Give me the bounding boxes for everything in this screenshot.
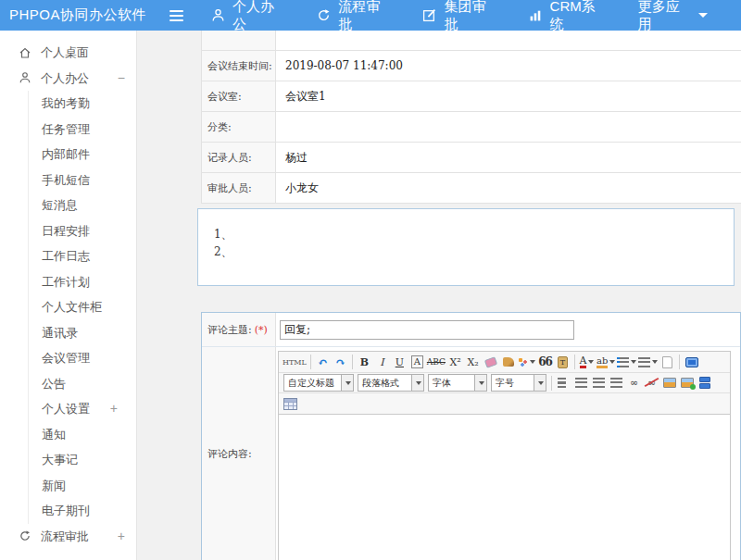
nav-label: CRM系统 (550, 0, 605, 33)
align-center-button[interactable] (573, 375, 589, 392)
flow-icon (19, 529, 33, 542)
nav-label: 流程审批 (338, 0, 389, 33)
document-icon (662, 356, 672, 368)
field-value: 会议室1 (276, 81, 741, 111)
font-style-button[interactable]: A (411, 355, 423, 368)
insert-image-button[interactable] (679, 375, 695, 392)
sidebar-item-label: 流程审批 (41, 524, 89, 550)
editor-content-area[interactable] (279, 415, 730, 560)
table-row-approver: 审批人员: 小龙女 (202, 173, 741, 204)
subscript-button[interactable]: X₂ (465, 354, 481, 370)
sidebar-item-work-plan[interactable]: 工作计划 (29, 269, 136, 295)
link-button[interactable]: ∞ (626, 375, 642, 392)
nav-label: 集团审批 (444, 0, 495, 33)
sidebar-item-my-attendance[interactable]: 我的考勤 (29, 91, 136, 117)
sidebar-item-personal-settings[interactable]: 个人设置+ (29, 396, 136, 422)
font-size-select[interactable]: 字号 (491, 374, 546, 392)
format-brush-button[interactable] (500, 354, 516, 370)
nav-group-approval[interactable]: 集团审批 (422, 0, 495, 33)
comment-subject-input[interactable] (280, 320, 574, 340)
nav-crm-system[interactable]: CRM系统 (529, 0, 605, 33)
expand-icon[interactable]: + (110, 396, 118, 422)
ordered-list-button[interactable] (617, 354, 636, 370)
superscript-button[interactable]: X² (447, 354, 463, 370)
flow-icon (317, 8, 331, 22)
sidebar-item-memorabilia[interactable]: 大事记 (29, 447, 136, 473)
menu-icon[interactable] (170, 10, 183, 21)
wand-icon (518, 357, 528, 367)
redo-button[interactable]: ↷ (333, 354, 348, 370)
person-icon (211, 8, 225, 22)
monitor-icon (685, 357, 698, 367)
nav-more-apps[interactable]: 更多应用 (638, 0, 708, 33)
required-mark: (*) (255, 324, 268, 336)
sidebar-item-personal-desktop[interactable]: 个人桌面 (0, 40, 136, 66)
top-nav: 个人办公 流程审批 集团审批 CRM系统 更多应用 (211, 0, 741, 33)
strikethrough-button[interactable]: ABC (427, 354, 446, 370)
justify-button[interactable] (609, 375, 624, 392)
underline-button[interactable]: U (392, 354, 408, 370)
highlight-color-button[interactable]: ab (597, 354, 615, 370)
html-source-button[interactable]: HTML (283, 354, 307, 370)
field-label: 分类: (202, 112, 276, 142)
page-break-button[interactable] (697, 375, 712, 392)
unordered-list-button[interactable] (638, 354, 658, 370)
collapse-icon[interactable]: − (118, 66, 125, 92)
sidebar-item-internal-mail[interactable]: 内部邮件 (29, 142, 136, 168)
unordered-list-icon (638, 357, 650, 367)
heading-select[interactable]: 自定义标题 (283, 374, 354, 392)
caret-down-icon (530, 360, 535, 364)
sidebar-submenu: 我的考勤 任务管理 内部邮件 手机短信 短消息 日程安排 工作日志 工作计划 个… (28, 91, 136, 524)
paste-button[interactable]: T (555, 354, 571, 370)
sidebar-item-news[interactable]: 新闻 (29, 473, 136, 499)
table-icon (283, 398, 297, 410)
meeting-content-textarea[interactable]: 1、 2、 (197, 208, 735, 286)
sidebar-item-e-journal[interactable]: 电子期刊 (29, 498, 136, 524)
unlink-button[interactable]: ∞ (644, 375, 659, 392)
insert-table-button[interactable] (283, 395, 298, 412)
align-left-icon (558, 378, 570, 388)
sidebar-item-personal-file-cabinet[interactable]: 个人文件柜 (29, 294, 136, 320)
field-label: 会议结束时间: (202, 51, 276, 81)
new-document-button[interactable] (659, 354, 675, 370)
brush-icon (503, 357, 514, 367)
undo-button[interactable]: ↶ (315, 354, 331, 370)
paragraph-format-select[interactable]: 段落格式 (358, 374, 424, 392)
expand-icon[interactable]: + (118, 524, 125, 550)
person-icon (19, 71, 33, 84)
sidebar-item-meeting-management[interactable]: 会议管理 (29, 345, 136, 371)
align-right-icon (593, 378, 605, 388)
field-value: 2019-08-07 11:47:00 (276, 51, 741, 81)
sidebar-item-notification[interactable]: 通知 (29, 422, 136, 448)
editor-toolbar-row-2: 自定义标题 段落格式 字体 字号 ∞ ∞ (279, 373, 730, 393)
magic-wand-button[interactable] (518, 354, 535, 370)
field-label: 审批人员: (202, 173, 276, 203)
fullscreen-button[interactable] (684, 354, 699, 370)
field-value: 小龙女 (276, 173, 741, 203)
top-navigation-bar: PHPOA协同办公软件 个人办公 流程审批 集团审批 CRM系统 更多应用 (0, 0, 741, 31)
sidebar-item-work-log[interactable]: 工作日志 (29, 243, 136, 269)
content-line: 2、 (214, 243, 734, 261)
sidebar-item-mobile-sms[interactable]: 手机短信 (29, 168, 136, 193)
image-icon (663, 378, 676, 388)
sidebar-item-schedule[interactable]: 日程安排 (29, 218, 136, 244)
sidebar-item-address-book[interactable]: 通讯录 (29, 320, 136, 346)
eraser-button[interactable] (483, 354, 498, 370)
bold-button[interactable]: B (357, 354, 372, 370)
sidebar-item-short-message[interactable]: 短消息 (29, 193, 136, 218)
font-family-select[interactable]: 字体 (428, 374, 487, 392)
image-button[interactable] (661, 375, 677, 392)
font-color-button[interactable]: A (579, 354, 595, 370)
align-left-button[interactable] (556, 375, 571, 392)
sidebar-item-task-management[interactable]: 任务管理 (29, 117, 136, 143)
nav-personal-office[interactable]: 个人办公 (211, 0, 283, 33)
sidebar-item-personal-office[interactable]: 个人办公 − (0, 66, 136, 92)
sidebar-item-workflow-approval[interactable]: 流程审批 + (0, 524, 136, 550)
italic-button[interactable]: I (374, 354, 390, 370)
blockquote-button[interactable]: 66 (537, 354, 553, 370)
sidebar-item-announcement[interactable]: 公告 (29, 371, 136, 397)
nav-workflow-approval[interactable]: 流程审批 (317, 0, 389, 33)
field-value: 杨过 (276, 143, 741, 172)
caret-down-icon (698, 13, 708, 18)
align-right-button[interactable] (591, 375, 607, 392)
